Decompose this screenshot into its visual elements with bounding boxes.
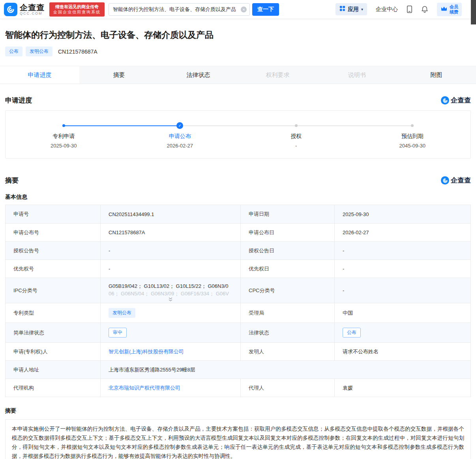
tab-bar: 申请进度 摘要 法律状态 权利要求 说明书 附图 — [0, 66, 476, 84]
agent-name: 袁媛 — [334, 379, 470, 397]
applicant-link[interactable]: 智元创新(上海)科技股份有限公司 — [109, 348, 184, 355]
ipc-classification: G05B19/042； G10L13/02； G10L15/22； G06N3/… — [100, 278, 240, 303]
slogan-line1: 缔造有远见的商业传奇 — [53, 4, 101, 9]
timeline-dot-expiry — [411, 124, 414, 127]
status-badge-invention: 发明公布 — [26, 47, 52, 56]
qcc-watermark-text-2: 企查查 — [451, 176, 471, 185]
search-button[interactable]: 查一下 — [252, 3, 279, 16]
clear-search-icon[interactable]: × — [241, 6, 247, 12]
applicant-address: 上海市浦东新区秀浦路2555号29幢8层 — [100, 361, 470, 379]
top-header: 企查查 QCC.COM 缔造有远见的商业传奇 全国企业信用查询系统 × 查一下 … — [0, 0, 476, 19]
status-badge-publish: 公布 — [5, 47, 22, 56]
qcc-watermark-2: 企查查 — [441, 176, 471, 185]
search-input[interactable] — [109, 4, 249, 15]
scrollbar-thumb[interactable] — [471, 0, 476, 24]
table-row: 简单法律状态 审中 法律状态 公布 — [6, 323, 470, 342]
timeline-step-filed: 专利申请 2025-09-30 — [6, 121, 122, 149]
timeline-dot-filed — [62, 124, 65, 127]
apps-grid-icon — [339, 6, 345, 13]
crown-icon — [440, 6, 448, 13]
slogan-badge: 缔造有远见的商业传奇 全国企业信用查询系统 — [49, 2, 105, 17]
enterprise-center-link[interactable]: 企业中心 — [376, 6, 398, 13]
membership-renew-button[interactable]: 会员 续费 — [437, 3, 462, 16]
section-title-progress: 申请进度 — [5, 96, 32, 105]
basic-info-table: 申请号 CN202511434499.1 申请日期 2025-09-30 申请公… — [5, 205, 471, 397]
priority-date: - — [334, 260, 470, 278]
member-label-line2: 续费 — [450, 9, 458, 14]
member-label-line1: 会员 — [450, 4, 458, 9]
patent-type-badge: 发明公布 — [109, 308, 135, 318]
table-row: 代理机构 北京布瑞知识产权代理有限公司 代理人 袁媛 — [6, 379, 470, 397]
qcc-watermark-text: 企查查 — [451, 96, 471, 105]
search-input-wrap: × — [109, 3, 250, 16]
priority-number: - — [100, 260, 240, 278]
table-row: 授权公告号 - 授权公告日 - — [6, 241, 470, 259]
tab-figures[interactable]: 附图 — [397, 66, 476, 84]
tab-description: 说明书 — [317, 66, 397, 84]
notification-bell-icon[interactable] — [421, 6, 428, 13]
chevron-down-icon: ▾ — [361, 7, 363, 11]
timeline-step-granted: 授权 - — [238, 121, 354, 149]
qcc-logo-icon — [4, 3, 17, 16]
publication-number: CN121578687A — [100, 224, 240, 241]
receiving-office: 中国 — [334, 303, 470, 323]
qcc-watermark: 企查查 — [441, 96, 471, 105]
brand-name: 企查查 — [20, 4, 45, 11]
apps-menu-button[interactable]: 应用 ▾ — [335, 3, 367, 15]
abstract-text: 本申请实施例公开了一种智能体的行为控制方法、电子设备、存储介质以及产品，主要技术… — [5, 419, 471, 459]
legal-status-badge: 公布 — [343, 328, 361, 338]
qcc-watermark-icon-2 — [441, 176, 449, 185]
abstract-subtitle: 摘要 — [5, 407, 471, 414]
table-row: 申请人地址 上海市浦东新区秀浦路2555号29幢8层 — [6, 360, 470, 379]
brand-domain: QCC.COM — [20, 11, 45, 15]
application-date: 2025-09-30 — [334, 205, 470, 223]
basic-info-title: 基本信息 — [5, 194, 471, 201]
grant-number: - — [100, 242, 240, 259]
progress-timeline: 专利申请 2025-09-30 ✓ 申请公布 2026-02-27 授权 - 预… — [5, 110, 471, 159]
slogan-line2: 全国企业信用查询系统 — [53, 9, 101, 15]
apps-label: 应用 — [348, 6, 359, 13]
cpc-classification: - — [334, 278, 470, 303]
timeline-step-expiry: 预估到期 2045-09-30 — [354, 121, 471, 149]
qcc-logo[interactable]: 企查查 QCC.COM — [4, 3, 45, 16]
qcc-watermark-icon — [441, 96, 449, 104]
tab-claims: 权利要求 — [238, 66, 317, 84]
tab-abstract[interactable]: 摘要 — [79, 66, 159, 84]
mobile-app-icon[interactable] — [407, 6, 412, 13]
agency-link[interactable]: 北京布瑞知识产权代理有限公司 — [109, 384, 180, 392]
table-row: 专利类型 发明公布 受理局 中国 — [6, 303, 470, 323]
timeline-step-published: ✓ 申请公布 2026-02-27 — [122, 121, 238, 149]
inventor-name: 请求不公布姓名 — [334, 343, 470, 360]
publication-date: 2026-02-27 — [334, 224, 470, 241]
table-row: 优先权号 - 优先权日 - — [6, 259, 470, 278]
timeline-dot-granted — [295, 124, 298, 127]
tab-application-progress[interactable]: 申请进度 — [0, 66, 79, 84]
page-title: 智能体的行为控制方法、电子设备、存储介质以及产品 — [5, 29, 471, 41]
table-row: 申请公布号 CN121578687A 申请公布日 2026-02-27 — [6, 223, 470, 241]
section-title-abstract: 摘要 — [5, 176, 19, 185]
application-number: CN202511434499.1 — [100, 205, 240, 223]
simple-legal-status-badge: 审中 — [109, 328, 127, 338]
table-row: IPC分类号 G05B19/042； G10L13/02； G10L15/22；… — [6, 278, 470, 303]
table-row: 申请(专利权)人 智元创新(上海)科技股份有限公司 发明人 请求不公布姓名 — [6, 342, 470, 360]
patent-number: CN121578687A — [58, 49, 97, 55]
expand-double-chevron-icon[interactable] — [168, 297, 173, 302]
grant-date: - — [334, 242, 470, 259]
table-row: 申请号 CN202511434499.1 申请日期 2025-09-30 — [6, 205, 470, 223]
tab-legal-status[interactable]: 法律状态 — [159, 66, 238, 84]
timeline-check-icon: ✓ — [176, 122, 183, 129]
